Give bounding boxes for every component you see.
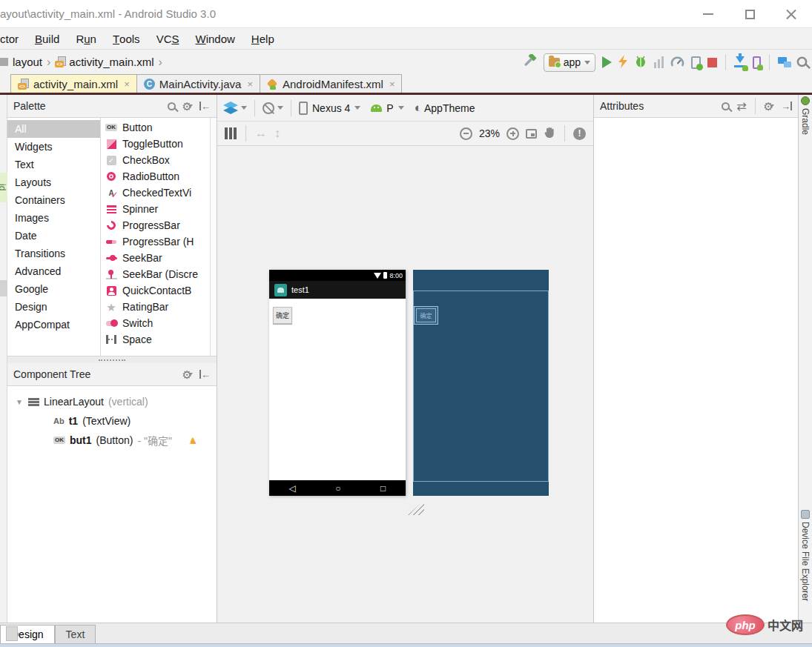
palette-item-seekbar-discrete[interactable]: SeekBar (Discre: [101, 266, 217, 282]
palette-item-button[interactable]: OKButton: [101, 119, 217, 136]
close-tab-icon[interactable]: ×: [124, 79, 130, 90]
breadcrumb-activity-main[interactable]: activity_main.xml: [69, 56, 154, 68]
column-guides-icon[interactable]: [225, 127, 237, 139]
device-preview[interactable]: 8:00 test1 确定 ◁ ○ □: [269, 270, 406, 496]
tab-text[interactable]: Text: [55, 625, 96, 643]
tool-window-corner-stub[interactable]: [6, 626, 18, 641]
hide-panel-icon[interactable]: ←: [199, 369, 211, 380]
apply-changes-button[interactable]: [618, 55, 627, 70]
api-level-select[interactable]: P: [371, 102, 403, 114]
warnings-icon[interactable]: !: [573, 127, 586, 140]
search-everywhere-icon[interactable]: [797, 57, 808, 67]
palette-category-appcompat[interactable]: AppCompat: [7, 316, 100, 334]
blueprint-button-outline[interactable]: 确定: [414, 306, 438, 325]
zoom-fit-icon[interactable]: [526, 129, 537, 139]
avd-manager-button[interactable]: [753, 56, 761, 69]
palette-item-togglebutton[interactable]: ToggleButton: [101, 136, 217, 152]
palette-category-transitions[interactable]: Transitions: [7, 245, 100, 262]
menu-item-run[interactable]: Run: [67, 28, 105, 49]
search-icon[interactable]: [722, 102, 730, 110]
run-button[interactable]: [602, 56, 612, 68]
maximize-button[interactable]: [729, 0, 770, 28]
make-project-button[interactable]: [522, 54, 537, 71]
palette-item-switch[interactable]: Switch: [101, 315, 217, 331]
menu-item-refactor[interactable]: ctor: [0, 28, 27, 49]
palette-item-ratingbar[interactable]: ★RatingBar: [101, 299, 217, 315]
palette-item-progressbar-horizontal[interactable]: ProgressBar (H: [101, 233, 217, 250]
attach-debugger-icon[interactable]: [691, 56, 701, 69]
preview-nav-bar: ◁ ○ □: [269, 480, 406, 496]
tree-node-t1[interactable]: Ab t1 (TextView): [7, 411, 217, 431]
blueprint-view[interactable]: 确定: [413, 270, 549, 496]
tool-tab-gradle[interactable]: Gradle: [799, 96, 812, 135]
tool-tab-device-file-explorer[interactable]: Device File Explorer: [799, 510, 812, 601]
debug-button[interactable]: [634, 55, 647, 70]
pan-hand-icon[interactable]: [544, 126, 556, 141]
close-tab-icon[interactable]: ×: [389, 79, 395, 90]
chevron-right-icon: ›: [157, 56, 164, 69]
pan-vertical-icon[interactable]: ↕: [274, 127, 280, 140]
menu-item-vcs[interactable]: VCS: [148, 28, 188, 49]
zoom-in-icon[interactable]: [506, 127, 519, 140]
blueprint-linearlayout-outline[interactable]: 确定: [413, 291, 549, 482]
project-structure-button[interactable]: [778, 57, 791, 67]
palette-category-text[interactable]: Text: [7, 156, 100, 173]
preview-button-but1[interactable]: 确定: [273, 307, 292, 324]
profiler-gauge-button[interactable]: [670, 56, 684, 70]
tree-node-linearlayout[interactable]: ▼ LinearLayout (vertical): [7, 392, 217, 411]
profile-button[interactable]: [654, 56, 664, 68]
hide-panel-right-icon[interactable]: →: [781, 101, 792, 112]
palette-item-radiobutton[interactable]: RadioButton: [101, 168, 217, 185]
device-select[interactable]: Nexus 4: [299, 102, 360, 115]
tab-mainactivity-java[interactable]: C MainActivity.java ×: [137, 74, 260, 93]
orientation-select[interactable]: [263, 102, 283, 114]
design-surface-select[interactable]: [223, 102, 247, 114]
hide-panel-icon[interactable]: ←: [199, 101, 211, 112]
palette-item-seekbar[interactable]: SeekBar: [101, 250, 217, 266]
swap-view-icon[interactable]: ⇄: [736, 99, 746, 113]
theme-icon: ◐: [415, 102, 422, 114]
left-tool-tab-stub[interactable]: [0, 280, 7, 296]
menu-item-build[interactable]: Build: [27, 28, 67, 49]
tab-activity-main-xml[interactable]: <> activity_main.xml ×: [10, 74, 137, 93]
tab-androidmanifest-xml[interactable]: AndroidManifest.xml ×: [260, 74, 402, 93]
palette-item-spinner[interactable]: Spinner: [101, 201, 217, 217]
sdk-manager-button[interactable]: [734, 56, 746, 69]
palette-category-all[interactable]: All: [7, 120, 100, 138]
menu-item-tools[interactable]: Tools: [105, 28, 148, 49]
palette-category-widgets[interactable]: Widgets: [7, 138, 100, 156]
minimize-button[interactable]: [687, 0, 729, 28]
palette-category-google[interactable]: Google: [7, 280, 100, 298]
canvas-resize-handle[interactable]: [408, 500, 424, 515]
palette-scrollbar[interactable]: [210, 118, 217, 356]
zoom-out-icon[interactable]: [460, 127, 472, 140]
design-canvas[interactable]: 8:00 test1 确定 ◁ ○ □: [217, 146, 593, 623]
pan-horizontal-icon[interactable]: ↔: [255, 127, 267, 140]
tree-node-but1[interactable]: OK but1 (Button) - "确定" ▲!: [7, 431, 217, 450]
palette-category-images[interactable]: Images: [7, 209, 100, 227]
run-configuration-select[interactable]: app: [544, 53, 595, 72]
close-button[interactable]: [770, 0, 812, 28]
palette-item-space[interactable]: Space: [101, 331, 217, 348]
panel-splitter[interactable]: [7, 356, 217, 363]
left-tool-tab-fragment[interactable]: id: [0, 173, 7, 202]
breadcrumb-layout[interactable]: layout: [13, 56, 42, 68]
palette-category-design[interactable]: Design: [7, 298, 100, 316]
search-icon[interactable]: [168, 102, 176, 110]
menu-item-help[interactable]: Help: [243, 28, 283, 49]
palette-item-quickcontactbadge[interactable]: QuickContactB: [101, 282, 217, 299]
menu-item-window[interactable]: Window: [187, 28, 242, 49]
close-tab-icon[interactable]: ×: [247, 79, 253, 90]
palette-item-checkedtextview[interactable]: ACheckedTextVi: [101, 185, 217, 201]
stop-button[interactable]: [707, 58, 717, 67]
palette-category-date[interactable]: Date: [7, 227, 100, 245]
warning-icon[interactable]: ▲!: [187, 434, 201, 446]
expander-icon[interactable]: ▼: [15, 398, 24, 406]
palette-category-containers[interactable]: Containers: [7, 191, 100, 209]
palette-category-advanced[interactable]: Advanced: [7, 262, 100, 280]
palette-item-checkbox[interactable]: ✓CheckBox: [101, 152, 217, 168]
palette-category-layouts[interactable]: Layouts: [7, 173, 100, 191]
lightning-icon: [618, 55, 627, 68]
palette-item-progressbar[interactable]: ProgressBar: [101, 217, 217, 233]
theme-select[interactable]: ◐ AppTheme: [415, 102, 475, 114]
